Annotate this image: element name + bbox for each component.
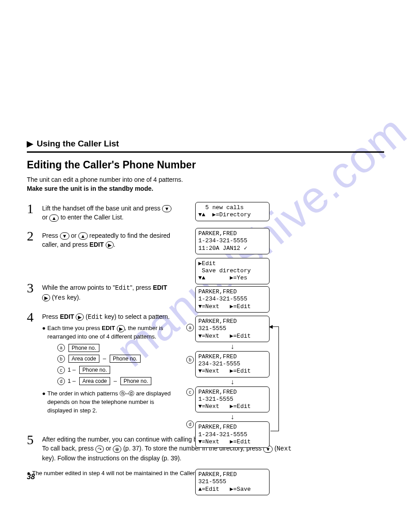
mono-text: Next [277,445,292,452]
lcd-display-d: PARKER,FRED 1-234-321-5555 ▼=Next ▶=Edit [195,421,270,448]
lcd-display: 5 new calls ▼▲ ▶=Directory [195,202,270,221]
circled-c-icon: c [186,388,194,396]
lcd-display-c: PARKER,FRED 1-321-5555 ▼=Next ▶=Edit [195,386,270,413]
speaker-button-icon: ⊕ [113,446,121,453]
right-button-icon: ▶ [42,294,50,301]
text: to enter the Caller List. [60,214,124,221]
text: . [114,241,116,248]
phone-no-box: Phone no. [110,355,141,363]
mono-text: Edit [88,313,103,321]
down-button-icon: ▼ [162,205,171,212]
text: key). [65,294,81,301]
phone-no-box: Phone no. [68,344,99,352]
bullet-text: The order in which patterns ⓐ–ⓓ are disp… [47,390,176,415]
circled-a-icon: a [186,324,194,331]
step-body: While the arrow points to "Edit", press … [42,281,172,302]
mono-text: Yes [54,294,65,301]
area-code-box: Area code [68,355,99,363]
intro-text: The unit can edit a phone number into on… [27,176,384,193]
intro-line1: The unit can edit a phone number into on… [27,176,183,183]
section-header: ▶ Using the Caller List [27,139,384,149]
step-number: 2 [27,229,42,243]
pattern-c: c 1 – Phone no. [57,366,176,374]
lcd-display: PARKER,FRED 1-234-321-5555 11:20A JAN12 … [195,228,270,254]
lcd-display-b: PARKER,FRED 234-321-5555 ▼=Next ▶=Edit [195,351,270,378]
down-arrow-icon: ↓ [195,379,270,385]
circled-b-icon: b [186,356,194,364]
loop-arrow-icon [270,326,279,431]
down-arrow-icon: ↓ [195,344,270,349]
text: Press [42,313,60,320]
phone-no-box: Phone no. [79,366,110,374]
circled-d-icon: d [57,378,65,385]
edit-label: EDIT [153,284,167,291]
right-button-icon: ▶ [76,313,84,321]
circled-c-icon: c [57,366,65,374]
mono-text: Edit [115,284,130,292]
text: or [71,232,78,239]
text: or [106,445,113,452]
section-header-text: Using the Caller List [37,139,119,149]
bullet-dot-icon: ● [27,470,30,476]
arrow-left-icon: ◄ [268,323,274,330]
down-arrow-icon: ↓ [195,414,270,420]
bullet-dot-icon: ● [42,390,46,415]
circled-b-icon: b [57,355,65,363]
down-button-icon: ▼ [60,232,69,240]
step-body: Press EDIT ▶ (Edit key) to select a patt… [42,310,176,415]
step-number: 1 [27,202,42,215]
up-button-icon: ▲ [78,232,88,240]
text: ", press [130,284,153,291]
lcd-display: PARKER,FRED 321-5555 ▲=Edit ▶=Save [195,469,270,495]
right-button-icon: ▶ [117,325,125,332]
step-number: 4 [27,310,42,324]
circled-a-icon: a [57,344,65,352]
step-body: Lift the handset off the base unit and p… [42,202,172,222]
text: Each time you press [47,325,102,331]
step-body: Press ▼ or ▲ repeatedly to find the desi… [42,229,172,249]
text: Press [42,232,60,239]
bullet: ● The order in which patterns ⓐ–ⓓ are di… [42,390,176,415]
arrow-right-icon: ▶ [27,139,33,149]
pattern-d: d 1 – Area code – Phone no. [57,377,176,386]
intro-line2: Make sure the unit is in the standby mod… [27,185,153,192]
lcd-display: PARKER,FRED 1-234-321-5555 ▼=Next ▶=Edit [195,286,270,313]
circled-d-icon: d [186,420,194,428]
step-number: 5 [27,433,42,446]
text: key) to select a pattern. [103,313,170,320]
divider [27,151,384,153]
dash: – [103,355,106,363]
prefix: 1 – [68,366,76,374]
dash: – [114,377,117,386]
step-number: 3 [27,281,42,295]
pattern-b: b Area code – Phone no. [57,355,176,363]
lcd-display-a: PARKER,FRED 321-5555 ▼=Next ▶=Edit [195,316,270,342]
text: To call back, press [42,445,95,452]
bullet-dot-icon: ● [42,324,46,341]
up-button-icon: ▲ [49,215,59,222]
prefix: 1 – [68,377,76,386]
lcd-display: ▶Edit Save directory ▼▲ ▶=Yes [195,258,270,284]
edit-label: EDIT [102,325,115,331]
phone-no-box: Phone no. [120,377,151,385]
text: key). Follow the instructions on the dis… [42,455,181,462]
handset-button-icon: ↷ [95,446,104,453]
edit-label: EDIT [60,313,74,320]
bullet-text: Each time you press EDIT ▶, the number i… [47,324,176,341]
right-button-icon: ▶ [106,241,114,249]
area-code-box: Area code [79,377,110,385]
footnote-text: The number edited in step 4 will not be … [32,470,207,476]
text: Lift the handset off the base unit and p… [42,205,162,212]
pattern-a: a Phone no. [57,344,176,352]
bullet: ● Each time you press EDIT ▶, the number… [42,324,176,341]
text: or [42,214,49,221]
edit-label: EDIT [90,241,104,248]
text: While the arrow points to " [42,284,115,291]
page-title: Editing the Caller's Phone Number [27,159,384,171]
